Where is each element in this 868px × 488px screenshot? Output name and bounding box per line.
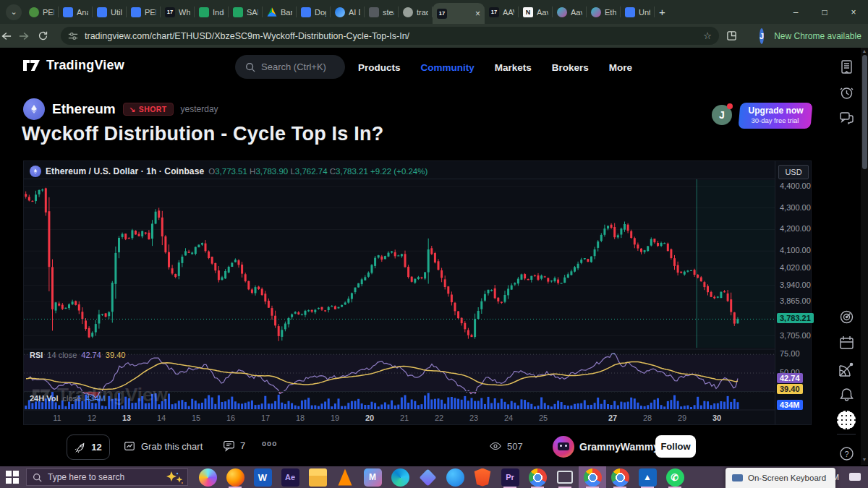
browser-tab[interactable]: SAR — [229, 0, 263, 24]
forward-icon[interactable] — [19, 30, 38, 42]
legend-symbol[interactable]: Ethereum / U.S. Dollar · 1h · Coinbase — [46, 166, 204, 176]
taskbar-app-edge[interactable] — [386, 466, 414, 488]
time-axis[interactable]: 11121314151617181920212223242527282930 — [24, 411, 775, 426]
watchlist-icon[interactable] — [835, 56, 857, 78]
browser-tab[interactable]: Dog — [297, 0, 331, 24]
tab-title: Dog — [315, 8, 326, 17]
grab-chart-button[interactable]: Grab this chart — [123, 440, 203, 453]
pepe-favicon — [29, 7, 39, 17]
alerts-clock-icon[interactable] — [835, 82, 857, 103]
tv-favicon: 17 — [165, 7, 175, 17]
taskbar-app-word[interactable]: W — [249, 466, 276, 488]
browser-profile-avatar[interactable]: J — [760, 28, 764, 44]
price-chart[interactable] — [24, 161, 775, 411]
nav-markets[interactable]: Markets — [495, 62, 532, 73]
taskbar-app-phone-link[interactable] — [551, 466, 579, 488]
browser-tab-active[interactable]: 17× — [433, 3, 485, 24]
taskbar-app-chrome-2[interactable] — [606, 466, 634, 488]
symbol-name[interactable]: Ethereum — [52, 101, 116, 117]
phone-link-icon — [557, 471, 573, 484]
start-button[interactable] — [6, 471, 19, 484]
chat-icon[interactable] — [835, 107, 857, 129]
taskbar-app-firefox[interactable] — [221, 466, 249, 488]
web-icon[interactable] — [835, 358, 857, 380]
price-axis[interactable]: USD 4,400.004,300.004,200.004,100.004,02… — [775, 161, 812, 424]
calendar-icon[interactable] — [835, 332, 857, 354]
nav-products[interactable]: Products — [358, 62, 401, 73]
taskbar-app-media[interactable]: M — [359, 466, 386, 488]
comments-button[interactable]: 7 — [223, 440, 245, 452]
browser-tab[interactable]: 17Why — [161, 0, 195, 24]
taskbar-app-chrome-profile[interactable] — [579, 466, 606, 488]
taskbar-app-after-effects[interactable]: Ae — [276, 466, 304, 488]
back-icon[interactable] — [0, 30, 19, 42]
browser-tab[interactable]: Ban — [263, 0, 297, 24]
taskbar-app-premiere[interactable]: Pr — [496, 466, 524, 488]
browser-tab[interactable]: NAave — [519, 0, 553, 24]
browser-tab[interactable]: AI D — [331, 0, 365, 24]
upgrade-button[interactable]: Upgrade now 30-day free trial — [738, 103, 812, 129]
minimize-button[interactable]: – — [781, 7, 810, 17]
taskbar-app-copilot[interactable] — [194, 466, 221, 488]
taskbar-app-explorer[interactable] — [304, 466, 331, 488]
tray-keyboard-icon[interactable] — [849, 471, 861, 484]
browser-menu-icon[interactable]: ⋮ — [861, 30, 868, 41]
ethereum-mini-icon — [30, 166, 41, 177]
browser-tab[interactable]: 17AAV — [485, 0, 519, 24]
browser-tab[interactable]: stea — [365, 0, 399, 24]
author-row[interactable]: GrammyWammy — [553, 436, 659, 458]
browser-tab[interactable]: trad — [399, 0, 433, 24]
nav-brokers[interactable]: Brokers — [552, 62, 589, 73]
browser-tab[interactable]: Anal — [59, 0, 93, 24]
tradingview-logo[interactable]: TradingView — [23, 58, 124, 73]
close-button[interactable]: × — [839, 7, 868, 17]
author-name[interactable]: GrammyWammy — [579, 441, 659, 453]
eye-icon — [489, 440, 502, 453]
site-settings-icon[interactable] — [68, 31, 78, 41]
taskbar-app-vlc[interactable] — [331, 466, 359, 488]
taskbar-search-input[interactable]: Type here to search — [26, 468, 188, 486]
more-actions-button[interactable]: ooo — [262, 440, 277, 448]
browser-tab[interactable]: Unti — [621, 0, 655, 24]
price-tick: 4,300.00 — [780, 203, 811, 212]
browser-tab[interactable]: PEPE — [25, 0, 59, 24]
apps-icon[interactable] — [835, 409, 857, 431]
follow-button[interactable]: Follow — [655, 435, 696, 458]
browser-tab[interactable]: Inde — [195, 0, 229, 24]
reload-icon[interactable] — [38, 30, 56, 41]
tab-groups-icon[interactable] — [726, 30, 745, 41]
chrome-update-chip[interactable]: New Chrome available — [774, 31, 861, 41]
ethereum-icon[interactable] — [23, 98, 45, 120]
word-icon: W — [254, 468, 272, 487]
currency-button[interactable]: USD — [778, 165, 809, 179]
nav-more[interactable]: More — [609, 62, 632, 73]
volume-badge: 434M — [777, 400, 803, 410]
address-bar[interactable]: tradingview.com/chart/ETHUSD/XbzeSC9m-Wy… — [61, 27, 719, 45]
nav-community[interactable]: Community — [421, 62, 475, 73]
bookmark-star-icon[interactable]: ☆ — [703, 30, 712, 41]
browser-tab[interactable]: PEPE — [127, 0, 161, 24]
taskbar-app-photos[interactable]: ▲ — [634, 466, 661, 488]
author-avatar[interactable] — [553, 436, 574, 458]
browser-tab[interactable]: Ethe — [587, 0, 621, 24]
search-input[interactable]: Search (Ctrl+K) — [235, 55, 345, 79]
scroll-up-icon[interactable]: ▲ — [861, 48, 868, 53]
tab-search-button[interactable]: ⌄ — [6, 4, 22, 20]
taskbar-app-whatsapp[interactable]: ✆ — [661, 466, 689, 488]
on-screen-keyboard-menu[interactable]: On-Screen Keyboard — [726, 468, 835, 488]
tab-close-icon[interactable]: × — [475, 9, 480, 19]
taskbar-app-chrome[interactable] — [524, 466, 551, 488]
scrollbar-thumb[interactable] — [862, 55, 867, 169]
browser-tab[interactable]: Utili — [93, 0, 127, 24]
boost-button[interactable]: 12 — [67, 435, 110, 460]
browser-tab[interactable]: Aave — [553, 0, 587, 24]
taskbar-app-sparkle-app[interactable] — [414, 466, 441, 488]
tv-user-avatar[interactable]: J — [712, 105, 732, 125]
radar-icon[interactable] — [835, 306, 857, 328]
new-tab-button[interactable]: + — [659, 6, 665, 18]
taskbar-app-brave[interactable] — [469, 466, 496, 488]
time-label: 12 — [82, 414, 102, 422]
taskbar-app-messenger[interactable] — [441, 466, 469, 488]
bell-icon[interactable] — [835, 384, 857, 406]
maximize-button[interactable]: □ — [810, 7, 839, 17]
